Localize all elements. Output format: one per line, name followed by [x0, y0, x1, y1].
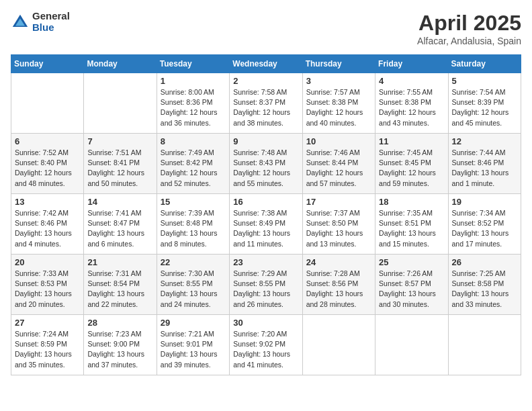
- day-number: 23: [233, 257, 298, 267]
- calendar-cell: [84, 73, 157, 134]
- weekday-header: Monday: [84, 55, 157, 73]
- calendar-cell: 26Sunrise: 7:25 AMSunset: 8:58 PMDayligh…: [448, 255, 521, 315]
- logo-general-text: General: [32, 11, 70, 22]
- day-info: Sunrise: 7:26 AMSunset: 8:57 PMDaylight:…: [379, 269, 444, 310]
- calendar-cell: 6Sunrise: 7:52 AMSunset: 8:40 PMDaylight…: [11, 134, 84, 194]
- calendar-cell: 16Sunrise: 7:38 AMSunset: 8:49 PMDayligh…: [230, 194, 302, 255]
- calendar-cell: 21Sunrise: 7:31 AMSunset: 8:54 PMDayligh…: [84, 255, 157, 315]
- day-number: 11: [379, 136, 444, 146]
- logo: General Blue: [11, 11, 70, 33]
- calendar-cell: 7Sunrise: 7:51 AMSunset: 8:41 PMDaylight…: [84, 134, 157, 194]
- calendar-cell: 23Sunrise: 7:29 AMSunset: 8:55 PMDayligh…: [230, 255, 302, 315]
- month-title: April 2025: [417, 11, 521, 36]
- calendar-cell: 18Sunrise: 7:35 AMSunset: 8:51 PMDayligh…: [375, 194, 448, 255]
- calendar-week-row: 13Sunrise: 7:42 AMSunset: 8:46 PMDayligh…: [11, 194, 521, 255]
- day-info: Sunrise: 7:38 AMSunset: 8:49 PMDaylight:…: [233, 208, 298, 249]
- day-number: 4: [379, 76, 444, 86]
- day-info: Sunrise: 7:25 AMSunset: 8:58 PMDaylight:…: [452, 269, 517, 310]
- calendar-cell: 22Sunrise: 7:30 AMSunset: 8:55 PMDayligh…: [157, 255, 229, 315]
- calendar-cell: 1Sunrise: 8:00 AMSunset: 8:36 PMDaylight…: [157, 73, 229, 134]
- calendar-cell: [11, 73, 84, 134]
- day-number: 10: [306, 136, 371, 146]
- page-header: General Blue April 2025 Alfacar, Andalus…: [11, 11, 521, 46]
- calendar-cell: 9Sunrise: 7:48 AMSunset: 8:43 PMDaylight…: [230, 134, 302, 194]
- day-info: Sunrise: 7:24 AMSunset: 8:59 PMDaylight:…: [15, 329, 80, 370]
- day-info: Sunrise: 7:51 AMSunset: 8:41 PMDaylight:…: [87, 148, 152, 189]
- day-info: Sunrise: 7:55 AMSunset: 8:38 PMDaylight:…: [379, 87, 444, 128]
- day-number: 14: [87, 197, 152, 207]
- day-number: 29: [161, 318, 226, 328]
- day-number: 3: [306, 76, 371, 86]
- weekday-header: Tuesday: [157, 55, 229, 73]
- day-number: 20: [15, 257, 80, 267]
- calendar-cell: 29Sunrise: 7:21 AMSunset: 9:01 PMDayligh…: [157, 315, 229, 375]
- weekday-header: Sunday: [11, 55, 84, 73]
- calendar-cell: [375, 315, 448, 375]
- day-number: 6: [15, 136, 80, 146]
- location-text: Alfacar, Andalusia, Spain: [417, 36, 521, 46]
- day-number: 9: [233, 136, 298, 146]
- calendar-cell: 11Sunrise: 7:45 AMSunset: 8:45 PMDayligh…: [375, 134, 448, 194]
- day-number: 2: [233, 76, 298, 86]
- calendar-week-row: 6Sunrise: 7:52 AMSunset: 8:40 PMDaylight…: [11, 134, 521, 194]
- day-number: 8: [161, 136, 226, 146]
- day-number: 28: [87, 318, 152, 328]
- day-number: 17: [306, 197, 371, 207]
- logo-icon: [11, 13, 30, 32]
- day-number: 18: [379, 197, 444, 207]
- day-info: Sunrise: 7:45 AMSunset: 8:45 PMDaylight:…: [379, 148, 444, 189]
- day-info: Sunrise: 7:58 AMSunset: 8:37 PMDaylight:…: [233, 87, 298, 128]
- weekday-header: Friday: [375, 55, 448, 73]
- day-info: Sunrise: 7:48 AMSunset: 8:43 PMDaylight:…: [233, 148, 298, 189]
- calendar-cell: 5Sunrise: 7:54 AMSunset: 8:39 PMDaylight…: [448, 73, 521, 134]
- day-number: 19: [452, 197, 517, 207]
- day-info: Sunrise: 7:34 AMSunset: 8:52 PMDaylight:…: [452, 208, 517, 249]
- calendar-cell: [302, 315, 375, 375]
- day-info: Sunrise: 7:39 AMSunset: 8:48 PMDaylight:…: [161, 208, 226, 249]
- day-info: Sunrise: 7:54 AMSunset: 8:39 PMDaylight:…: [452, 87, 517, 128]
- calendar-cell: 17Sunrise: 7:37 AMSunset: 8:50 PMDayligh…: [302, 194, 375, 255]
- day-number: 15: [161, 197, 226, 207]
- day-info: Sunrise: 7:49 AMSunset: 8:42 PMDaylight:…: [161, 148, 226, 189]
- day-info: Sunrise: 7:35 AMSunset: 8:51 PMDaylight:…: [379, 208, 444, 249]
- calendar-cell: 27Sunrise: 7:24 AMSunset: 8:59 PMDayligh…: [11, 315, 84, 375]
- calendar-cell: 30Sunrise: 7:20 AMSunset: 9:02 PMDayligh…: [230, 315, 302, 375]
- day-number: 5: [452, 76, 517, 86]
- day-info: Sunrise: 7:23 AMSunset: 9:00 PMDaylight:…: [87, 329, 152, 370]
- calendar-cell: 20Sunrise: 7:33 AMSunset: 8:53 PMDayligh…: [11, 255, 84, 315]
- day-info: Sunrise: 7:52 AMSunset: 8:40 PMDaylight:…: [15, 148, 80, 189]
- day-info: Sunrise: 7:20 AMSunset: 9:02 PMDaylight:…: [233, 329, 298, 370]
- calendar-cell: 28Sunrise: 7:23 AMSunset: 9:00 PMDayligh…: [84, 315, 157, 375]
- day-number: 1: [161, 76, 226, 86]
- calendar-week-row: 1Sunrise: 8:00 AMSunset: 8:36 PMDaylight…: [11, 73, 521, 134]
- day-info: Sunrise: 7:30 AMSunset: 8:55 PMDaylight:…: [161, 269, 226, 310]
- day-info: Sunrise: 7:41 AMSunset: 8:47 PMDaylight:…: [87, 208, 152, 249]
- calendar-cell: 24Sunrise: 7:28 AMSunset: 8:56 PMDayligh…: [302, 255, 375, 315]
- calendar-cell: 14Sunrise: 7:41 AMSunset: 8:47 PMDayligh…: [84, 194, 157, 255]
- day-info: Sunrise: 7:44 AMSunset: 8:46 PMDaylight:…: [452, 148, 517, 189]
- day-number: 7: [87, 136, 152, 146]
- day-number: 27: [15, 318, 80, 328]
- logo-blue-text: Blue: [32, 22, 70, 34]
- logo-text: General Blue: [32, 11, 70, 33]
- calendar-cell: 2Sunrise: 7:58 AMSunset: 8:37 PMDaylight…: [230, 73, 302, 134]
- day-number: 30: [233, 318, 298, 328]
- day-number: 13: [15, 197, 80, 207]
- calendar-cell: 15Sunrise: 7:39 AMSunset: 8:48 PMDayligh…: [157, 194, 229, 255]
- weekday-header: Saturday: [448, 55, 521, 73]
- calendar-cell: 4Sunrise: 7:55 AMSunset: 8:38 PMDaylight…: [375, 73, 448, 134]
- day-info: Sunrise: 7:46 AMSunset: 8:44 PMDaylight:…: [306, 148, 371, 189]
- title-area: April 2025 Alfacar, Andalusia, Spain: [417, 11, 521, 46]
- calendar-week-row: 20Sunrise: 7:33 AMSunset: 8:53 PMDayligh…: [11, 255, 521, 315]
- day-info: Sunrise: 7:29 AMSunset: 8:55 PMDaylight:…: [233, 269, 298, 310]
- calendar-cell: 10Sunrise: 7:46 AMSunset: 8:44 PMDayligh…: [302, 134, 375, 194]
- day-number: 26: [452, 257, 517, 267]
- calendar-cell: [448, 315, 521, 375]
- day-info: Sunrise: 8:00 AMSunset: 8:36 PMDaylight:…: [161, 87, 226, 128]
- day-info: Sunrise: 7:42 AMSunset: 8:46 PMDaylight:…: [15, 208, 80, 249]
- day-info: Sunrise: 7:28 AMSunset: 8:56 PMDaylight:…: [306, 269, 371, 310]
- calendar-table: SundayMondayTuesdayWednesdayThursdayFrid…: [11, 54, 521, 375]
- day-number: 22: [161, 257, 226, 267]
- day-number: 25: [379, 257, 444, 267]
- day-info: Sunrise: 7:33 AMSunset: 8:53 PMDaylight:…: [15, 269, 80, 310]
